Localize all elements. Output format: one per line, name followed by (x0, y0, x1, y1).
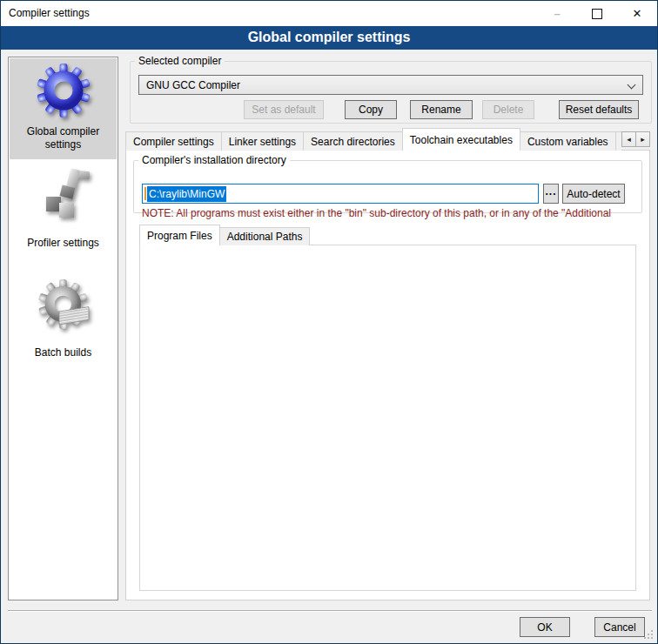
footer-divider (8, 610, 652, 612)
close-icon[interactable]: ✕ (617, 1, 657, 26)
tab-program-files[interactable]: Program Files (139, 225, 220, 245)
program-files-tab-strip: Program Files Additional Paths (139, 225, 309, 245)
resize-grip[interactable] (651, 637, 653, 639)
tab-linker-settings[interactable]: Linker settings (221, 131, 304, 151)
settings-category-list: Global compiler settings Profiler se (8, 57, 118, 600)
text-caret (144, 187, 146, 200)
cancel-button[interactable]: Cancel (594, 617, 645, 637)
sidebar-item-batch-builds[interactable]: Batch builds (10, 277, 117, 359)
sidebar-item-profiler-settings[interactable]: Profiler settings (10, 164, 117, 250)
compiler-tab-strip: Compiler settings Linker settings Search… (125, 128, 621, 151)
selected-compiler-group-title: Selected compiler (135, 55, 225, 67)
maximize-icon[interactable] (577, 1, 617, 26)
window-controls: – ✕ (537, 1, 657, 26)
gear-blue-icon (36, 63, 91, 118)
tab-scroll-left-icon[interactable]: ◂ (621, 131, 636, 147)
gear-stack-icon (36, 278, 91, 334)
rename-button[interactable]: Rename (410, 100, 473, 119)
tab-build-options[interactable]: Build options (615, 131, 621, 151)
tab-scroll-right-icon[interactable]: ▸ (635, 131, 650, 147)
installation-directory-group-title: Compiler's installation directory (138, 154, 290, 166)
title-bar[interactable]: Compiler settings – ✕ (1, 1, 657, 26)
sidebar-item-label: Profiler settings (18, 237, 109, 250)
selected-compiler-dropdown[interactable]: GNU GCC Compiler (138, 75, 643, 95)
tab-search-directories[interactable]: Search directories (303, 131, 403, 151)
tab-scroll-buttons: ◂ ▸ (621, 131, 649, 147)
page-title: Global compiler settings (1, 26, 657, 50)
delete-button: Delete (482, 100, 534, 119)
maximize-box (592, 9, 602, 19)
tab-toolchain-executables[interactable]: Toolchain executables (402, 128, 520, 151)
ok-button[interactable]: OK (520, 617, 570, 637)
set-as-default-button: Set as default (244, 100, 324, 119)
installation-directory-input[interactable]: C:\raylib\MinGW (142, 184, 539, 204)
compiler-settings-dialog: Compiler settings – ✕ Global compiler se… (0, 0, 658, 644)
minimize-icon: – (537, 1, 577, 26)
tab-custom-variables[interactable]: Custom variables (520, 131, 616, 151)
installation-directory-value: C:\raylib\MinGW (147, 186, 226, 202)
selected-compiler-value: GNU GCC Compiler (146, 79, 240, 91)
copy-button[interactable]: Copy (345, 100, 397, 119)
window-title: Compiler settings (9, 7, 90, 19)
program-files-panel (139, 245, 636, 591)
installation-directory-group: Compiler's installation directory C:\ray… (133, 154, 642, 213)
sidebar-item-label: Batch builds (18, 346, 109, 359)
reset-defaults-button[interactable]: Reset defaults (559, 100, 639, 119)
tab-compiler-settings[interactable]: Compiler settings (125, 131, 222, 151)
browse-directory-button[interactable]: ... (543, 184, 559, 204)
caliper-icon (36, 167, 91, 223)
sidebar-item-label: Global compiler settings (18, 125, 109, 151)
tab-additional-paths[interactable]: Additional Paths (219, 227, 311, 245)
chevron-down-icon (628, 81, 636, 90)
auto-detect-button[interactable]: Auto-detect (562, 184, 625, 204)
bin-subdirectory-note: NOTE: All programs must exist either in … (142, 207, 634, 219)
sidebar-item-global-compiler-settings[interactable]: Global compiler settings (10, 58, 117, 159)
